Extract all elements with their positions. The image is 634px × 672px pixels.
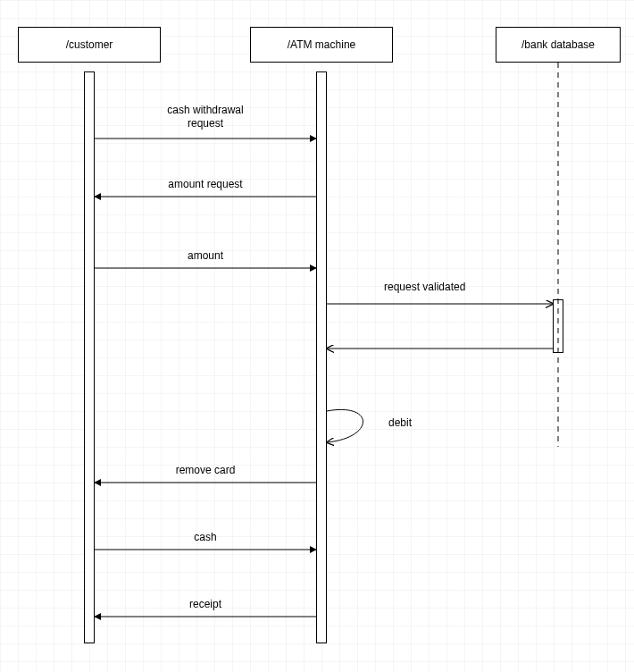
msg-label-cash-withdrawal: cash withdrawal request [167,104,243,134]
msg-label-request-validated: request validated [384,281,465,298]
diagram-svg [0,0,634,672]
msg-label-remove-card: remove card [176,464,236,481]
msg-arrow-debit [327,409,363,442]
msg-label-receipt: receipt [189,598,221,615]
msg-label-cash: cash [194,531,216,548]
msg-label-debit: debit [388,416,412,433]
msg-label-amount: amount [188,249,223,266]
msg-label-amount-request: amount request [168,178,242,195]
